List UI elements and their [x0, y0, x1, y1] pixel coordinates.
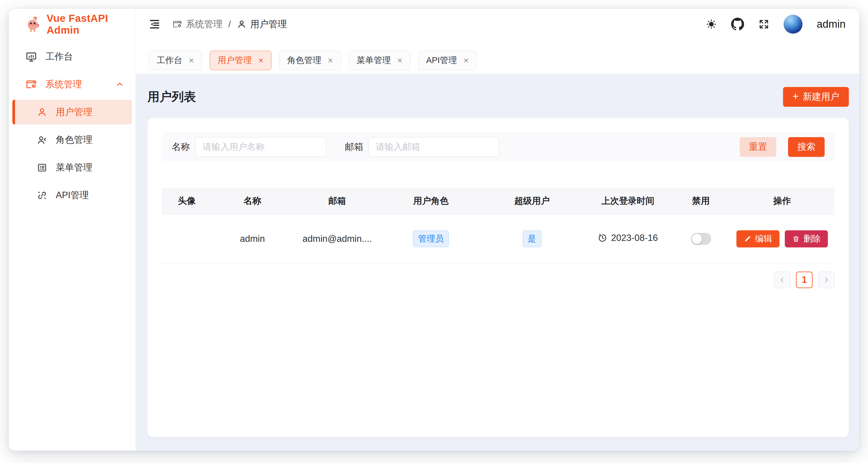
content-area: 用户列表 + 新建用户 名称 邮箱 [136, 74, 859, 451]
sidebar-item-role-management[interactable]: 角色管理 [12, 127, 132, 152]
breadcrumb-label: 系统管理 [186, 18, 222, 30]
delete-label: 删除 [803, 233, 820, 245]
breadcrumb: 系统管理 / 用户管理 [172, 18, 287, 30]
sidebar-item-label: 用户管理 [56, 106, 92, 118]
disabled-cell [672, 215, 730, 263]
tab-user-management[interactable]: 用户管理 × [210, 51, 272, 70]
trash-icon [792, 235, 800, 243]
tab-close-icon[interactable]: × [328, 56, 333, 65]
sidebar-item-user-management[interactable]: 用户管理 [12, 100, 132, 125]
name-filter: 名称 [172, 137, 326, 157]
main-area: 系统管理 / 用户管理 [136, 9, 859, 451]
theme-toggle-sun-icon[interactable] [706, 19, 717, 30]
monitor-icon [25, 51, 37, 63]
tab-menu-management[interactable]: 菜单管理 × [349, 51, 411, 70]
topbar: 系统管理 / 用户管理 [136, 9, 859, 39]
plus-icon: + [793, 91, 799, 102]
column-header-avatar: 头像 [162, 188, 212, 215]
logo[interactable]: Vue FastAPI Admin [9, 9, 135, 39]
disabled-toggle[interactable] [691, 233, 711, 245]
table-row: admin admin@admin.... 管理员 是 [162, 215, 835, 263]
tab-close-icon[interactable]: × [189, 56, 194, 65]
fullscreen-icon[interactable] [758, 19, 770, 30]
last-login-value: 2023-08-16 [611, 233, 658, 243]
user-list-card: 名称 邮箱 重置 搜索 [148, 118, 849, 437]
clock-history-icon [598, 233, 607, 243]
create-user-label: 新建用户 [803, 91, 839, 103]
tab-close-icon[interactable]: × [258, 56, 264, 65]
create-user-button[interactable]: + 新建用户 [783, 87, 849, 107]
edit-button[interactable]: 编辑 [736, 230, 779, 247]
search-button[interactable]: 搜索 [788, 137, 825, 157]
email-filter: 邮箱 [345, 137, 499, 157]
chevron-right-icon [823, 276, 830, 284]
column-header-email: 邮箱 [293, 188, 381, 215]
email-filter-label: 邮箱 [345, 141, 363, 153]
sidebar-item-menu-management[interactable]: 菜单管理 [12, 155, 132, 180]
page-title: 用户列表 [148, 89, 196, 105]
email-cell: admin@admin.... [293, 215, 381, 263]
api-link-icon [37, 190, 48, 201]
superuser-badge: 是 [523, 231, 541, 247]
role-cell: 管理员 [381, 215, 480, 263]
sidebar-item-api-management[interactable]: API管理 [12, 183, 132, 208]
pencil-icon [744, 235, 751, 243]
pagination-next-button[interactable] [818, 272, 835, 288]
tab-close-icon[interactable]: × [464, 56, 469, 65]
tab-api-management[interactable]: API管理 × [418, 51, 476, 70]
sidebar-item-label: 角色管理 [56, 134, 92, 146]
chick-logo-icon [25, 16, 41, 32]
tabs-bar: 工作台 × 用户管理 × 角色管理 × 菜单管理 × API管理 × [136, 39, 859, 74]
column-header-disabled: 禁用 [672, 188, 730, 215]
sidebar-group-label: 系统管理 [45, 78, 82, 91]
chevron-left-icon [778, 276, 786, 284]
tab-label: API管理 [426, 55, 457, 66]
pagination: 1 [162, 272, 835, 288]
pagination-page-1[interactable]: 1 [796, 272, 812, 288]
sidebar-item-workbench[interactable]: 工作台 [12, 44, 132, 69]
sidebar-item-label: 工作台 [45, 51, 73, 63]
actions-cell: 编辑 删除 [730, 215, 835, 263]
user-avatar[interactable] [784, 15, 803, 34]
role-icon [37, 134, 48, 145]
name-cell: admin [212, 215, 293, 263]
column-header-superuser: 超级用户 [480, 188, 584, 215]
column-header-last-login: 上次登录时间 [584, 188, 672, 215]
tab-close-icon[interactable]: × [397, 56, 403, 65]
breadcrumb-item-users[interactable]: 用户管理 [237, 18, 287, 30]
column-header-name: 名称 [212, 188, 293, 215]
username-label[interactable]: admin [817, 18, 845, 30]
page-head: 用户列表 + 新建用户 [148, 87, 849, 107]
menu-list-icon [37, 162, 48, 173]
tab-label: 工作台 [157, 55, 182, 66]
role-badge[interactable]: 管理员 [413, 231, 449, 247]
tab-role-management[interactable]: 角色管理 × [279, 51, 341, 70]
delete-button[interactable]: 删除 [785, 230, 828, 247]
column-header-actions: 操作 [730, 188, 835, 215]
breadcrumb-item-system[interactable]: 系统管理 [172, 18, 222, 30]
sidebar-collapse-icon[interactable] [149, 18, 160, 30]
superuser-cell: 是 [480, 215, 584, 263]
breadcrumb-label: 用户管理 [250, 18, 287, 30]
sidebar: Vue FastAPI Admin 工作台 [9, 9, 136, 451]
breadcrumb-separator: / [228, 19, 231, 29]
filter-actions: 重置 搜索 [740, 137, 825, 157]
reset-button[interactable]: 重置 [740, 137, 776, 157]
name-filter-label: 名称 [172, 141, 190, 153]
toggle-knob [692, 234, 702, 244]
last-login-cell: 2023-08-16 [584, 215, 672, 263]
pagination-prev-button[interactable] [774, 272, 790, 288]
tab-label: 用户管理 [218, 55, 252, 66]
chevron-up-icon [115, 80, 124, 89]
tab-workbench[interactable]: 工作台 × [149, 51, 202, 70]
edit-label: 编辑 [755, 233, 772, 245]
system-settings-icon [25, 78, 37, 90]
sidebar-group-system-management[interactable]: 系统管理 [12, 72, 132, 97]
system-settings-icon [172, 19, 182, 29]
github-icon[interactable] [731, 18, 744, 31]
filter-bar: 名称 邮箱 重置 搜索 [162, 132, 835, 162]
users-table: 头像 名称 邮箱 用户角色 超级用户 上次登录时间 禁用 操作 [162, 188, 835, 263]
email-filter-input[interactable] [369, 137, 499, 157]
name-filter-input[interactable] [195, 137, 326, 157]
app-title: Vue FastAPI Admin [46, 12, 135, 36]
